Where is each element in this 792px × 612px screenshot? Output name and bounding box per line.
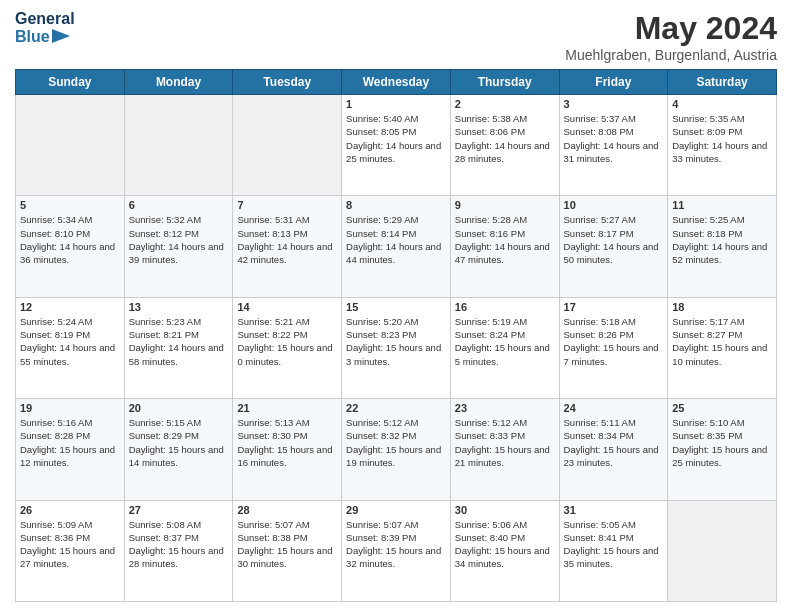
day-info: Sunrise: 5:11 AMSunset: 8:34 PMDaylight:… bbox=[564, 416, 664, 469]
day-info: Sunrise: 5:16 AMSunset: 8:28 PMDaylight:… bbox=[20, 416, 120, 469]
day-info-line: Sunset: 8:05 PM bbox=[346, 126, 416, 137]
day-info-line: Sunrise: 5:09 AM bbox=[20, 519, 92, 530]
day-info-line: Daylight: 14 hours and 50 minutes. bbox=[564, 241, 659, 265]
day-info-line: Sunrise: 5:07 AM bbox=[237, 519, 309, 530]
day-info-line: Sunset: 8:22 PM bbox=[237, 329, 307, 340]
day-info-line: Sunset: 8:12 PM bbox=[129, 228, 199, 239]
day-info-line: Daylight: 15 hours and 14 minutes. bbox=[129, 444, 224, 468]
calendar-table: SundayMondayTuesdayWednesdayThursdayFrid… bbox=[15, 69, 777, 602]
day-number: 22 bbox=[346, 402, 446, 414]
day-info-line: Sunset: 8:28 PM bbox=[20, 430, 90, 441]
day-info-line: Sunrise: 5:28 AM bbox=[455, 214, 527, 225]
day-info-line: Sunset: 8:13 PM bbox=[237, 228, 307, 239]
week-row-2: 5Sunrise: 5:34 AMSunset: 8:10 PMDaylight… bbox=[16, 196, 777, 297]
day-info-line: Daylight: 14 hours and 25 minutes. bbox=[346, 140, 441, 164]
day-info-line: Sunrise: 5:24 AM bbox=[20, 316, 92, 327]
day-info-line: Sunset: 8:08 PM bbox=[564, 126, 634, 137]
logo: General Blue bbox=[15, 10, 75, 45]
day-info-line: Sunset: 8:37 PM bbox=[129, 532, 199, 543]
day-info-line: Daylight: 15 hours and 27 minutes. bbox=[20, 545, 115, 569]
day-info: Sunrise: 5:29 AMSunset: 8:14 PMDaylight:… bbox=[346, 213, 446, 266]
day-info: Sunrise: 5:08 AMSunset: 8:37 PMDaylight:… bbox=[129, 518, 229, 571]
day-info-line: Sunset: 8:29 PM bbox=[129, 430, 199, 441]
day-info: Sunrise: 5:19 AMSunset: 8:24 PMDaylight:… bbox=[455, 315, 555, 368]
day-info-line: Sunset: 8:10 PM bbox=[20, 228, 90, 239]
header: General Blue May 2024 Muehlgraben, Burge… bbox=[15, 10, 777, 63]
day-cell: 26Sunrise: 5:09 AMSunset: 8:36 PMDayligh… bbox=[16, 500, 125, 601]
day-cell: 1Sunrise: 5:40 AMSunset: 8:05 PMDaylight… bbox=[342, 95, 451, 196]
day-info-line: Daylight: 14 hours and 33 minutes. bbox=[672, 140, 767, 164]
day-cell: 3Sunrise: 5:37 AMSunset: 8:08 PMDaylight… bbox=[559, 95, 668, 196]
week-row-4: 19Sunrise: 5:16 AMSunset: 8:28 PMDayligh… bbox=[16, 399, 777, 500]
week-row-3: 12Sunrise: 5:24 AMSunset: 8:19 PMDayligh… bbox=[16, 297, 777, 398]
day-info-line: Sunrise: 5:38 AM bbox=[455, 113, 527, 124]
day-cell: 16Sunrise: 5:19 AMSunset: 8:24 PMDayligh… bbox=[450, 297, 559, 398]
day-info-line: Daylight: 15 hours and 10 minutes. bbox=[672, 342, 767, 366]
title-block: May 2024 Muehlgraben, Burgenland, Austri… bbox=[565, 10, 777, 63]
day-number: 20 bbox=[129, 402, 229, 414]
day-info-line: Daylight: 15 hours and 21 minutes. bbox=[455, 444, 550, 468]
day-number: 16 bbox=[455, 301, 555, 313]
day-info-line: Sunrise: 5:08 AM bbox=[129, 519, 201, 530]
day-info-line: Sunset: 8:27 PM bbox=[672, 329, 742, 340]
col-header-tuesday: Tuesday bbox=[233, 70, 342, 95]
day-info: Sunrise: 5:38 AMSunset: 8:06 PMDaylight:… bbox=[455, 112, 555, 165]
day-info-line: Daylight: 15 hours and 5 minutes. bbox=[455, 342, 550, 366]
day-info-line: Sunset: 8:36 PM bbox=[20, 532, 90, 543]
day-info: Sunrise: 5:25 AMSunset: 8:18 PMDaylight:… bbox=[672, 213, 772, 266]
day-info-line: Sunrise: 5:29 AM bbox=[346, 214, 418, 225]
day-info-line: Daylight: 14 hours and 42 minutes. bbox=[237, 241, 332, 265]
logo-arrow-icon bbox=[52, 29, 70, 43]
day-cell: 12Sunrise: 5:24 AMSunset: 8:19 PMDayligh… bbox=[16, 297, 125, 398]
day-info-line: Sunrise: 5:12 AM bbox=[346, 417, 418, 428]
day-number: 11 bbox=[672, 199, 772, 211]
day-cell: 22Sunrise: 5:12 AMSunset: 8:32 PMDayligh… bbox=[342, 399, 451, 500]
day-info-line: Sunrise: 5:20 AM bbox=[346, 316, 418, 327]
day-info: Sunrise: 5:09 AMSunset: 8:36 PMDaylight:… bbox=[20, 518, 120, 571]
day-info-line: Sunset: 8:30 PM bbox=[237, 430, 307, 441]
day-info-line: Daylight: 14 hours and 39 minutes. bbox=[129, 241, 224, 265]
day-info-line: Daylight: 15 hours and 30 minutes. bbox=[237, 545, 332, 569]
svg-marker-0 bbox=[52, 29, 70, 43]
day-info-line: Sunrise: 5:06 AM bbox=[455, 519, 527, 530]
day-info-line: Daylight: 14 hours and 28 minutes. bbox=[455, 140, 550, 164]
day-number: 19 bbox=[20, 402, 120, 414]
day-cell: 28Sunrise: 5:07 AMSunset: 8:38 PMDayligh… bbox=[233, 500, 342, 601]
day-info-line: Daylight: 14 hours and 52 minutes. bbox=[672, 241, 767, 265]
day-cell: 17Sunrise: 5:18 AMSunset: 8:26 PMDayligh… bbox=[559, 297, 668, 398]
day-number: 26 bbox=[20, 504, 120, 516]
day-info: Sunrise: 5:10 AMSunset: 8:35 PMDaylight:… bbox=[672, 416, 772, 469]
day-number: 12 bbox=[20, 301, 120, 313]
day-info: Sunrise: 5:34 AMSunset: 8:10 PMDaylight:… bbox=[20, 213, 120, 266]
subtitle: Muehlgraben, Burgenland, Austria bbox=[565, 47, 777, 63]
day-info-line: Daylight: 14 hours and 47 minutes. bbox=[455, 241, 550, 265]
day-info: Sunrise: 5:13 AMSunset: 8:30 PMDaylight:… bbox=[237, 416, 337, 469]
day-info-line: Sunset: 8:19 PM bbox=[20, 329, 90, 340]
day-cell: 19Sunrise: 5:16 AMSunset: 8:28 PMDayligh… bbox=[16, 399, 125, 500]
day-cell: 14Sunrise: 5:21 AMSunset: 8:22 PMDayligh… bbox=[233, 297, 342, 398]
day-info-line: Sunrise: 5:25 AM bbox=[672, 214, 744, 225]
day-info-line: Sunset: 8:39 PM bbox=[346, 532, 416, 543]
day-number: 6 bbox=[129, 199, 229, 211]
day-info-line: Daylight: 15 hours and 3 minutes. bbox=[346, 342, 441, 366]
day-cell: 20Sunrise: 5:15 AMSunset: 8:29 PMDayligh… bbox=[124, 399, 233, 500]
day-cell: 18Sunrise: 5:17 AMSunset: 8:27 PMDayligh… bbox=[668, 297, 777, 398]
day-info: Sunrise: 5:24 AMSunset: 8:19 PMDaylight:… bbox=[20, 315, 120, 368]
day-info: Sunrise: 5:06 AMSunset: 8:40 PMDaylight:… bbox=[455, 518, 555, 571]
day-info-line: Sunrise: 5:13 AM bbox=[237, 417, 309, 428]
day-number: 13 bbox=[129, 301, 229, 313]
day-info-line: Sunrise: 5:32 AM bbox=[129, 214, 201, 225]
day-info: Sunrise: 5:12 AMSunset: 8:32 PMDaylight:… bbox=[346, 416, 446, 469]
day-info-line: Daylight: 14 hours and 36 minutes. bbox=[20, 241, 115, 265]
day-cell: 29Sunrise: 5:07 AMSunset: 8:39 PMDayligh… bbox=[342, 500, 451, 601]
day-info-line: Sunset: 8:38 PM bbox=[237, 532, 307, 543]
col-header-monday: Monday bbox=[124, 70, 233, 95]
day-info-line: Sunset: 8:06 PM bbox=[455, 126, 525, 137]
day-number: 25 bbox=[672, 402, 772, 414]
day-cell: 24Sunrise: 5:11 AMSunset: 8:34 PMDayligh… bbox=[559, 399, 668, 500]
day-number: 31 bbox=[564, 504, 664, 516]
day-info: Sunrise: 5:28 AMSunset: 8:16 PMDaylight:… bbox=[455, 213, 555, 266]
day-cell: 21Sunrise: 5:13 AMSunset: 8:30 PMDayligh… bbox=[233, 399, 342, 500]
day-number: 23 bbox=[455, 402, 555, 414]
day-number: 27 bbox=[129, 504, 229, 516]
